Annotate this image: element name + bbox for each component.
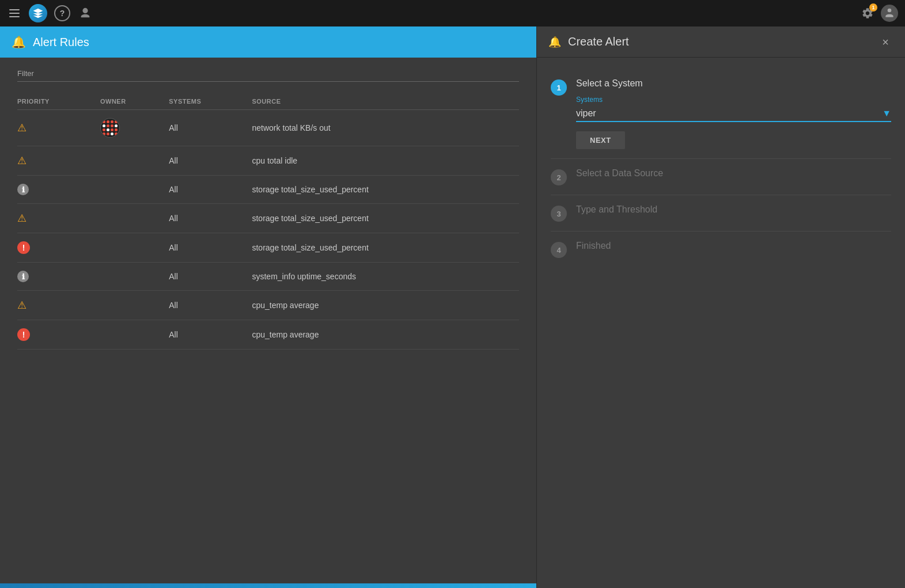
svg-point-0 <box>888 9 892 13</box>
error-icon: ! <box>17 241 30 254</box>
create-alert-bell-icon: 🔔 <box>548 36 561 48</box>
col-systems: SYSTEMS <box>169 93 252 110</box>
owner-cell <box>100 110 169 146</box>
table-row[interactable]: ⚠ <box>17 110 519 146</box>
table-row[interactable]: !Allstorage total_size_used_percent <box>17 233 519 263</box>
main-layout: 🔔 Alert Rules Filter PRIORITY OWNER SYST… <box>0 26 905 588</box>
owner-cell <box>100 204 169 233</box>
owner-cell <box>100 263 169 291</box>
source-cell: cpu_temp average <box>252 320 519 350</box>
step-1-expanded: Systems viper ▼ NEXT <box>576 96 891 149</box>
systems-cell: All <box>169 233 252 263</box>
table-row[interactable]: ⚠Allcpu total idle <box>17 146 519 176</box>
systems-cell: All <box>169 176 252 204</box>
filter-label: Filter <box>17 69 519 78</box>
priority-cell: ℹ <box>17 263 100 291</box>
priority-cell: ! <box>17 233 100 263</box>
source-cell: cpu total idle <box>252 146 519 176</box>
alert-rules-header: 🔔 Alert Rules <box>0 26 536 58</box>
warning-icon: ⚠ <box>17 122 94 134</box>
systems-cell: All <box>169 291 252 320</box>
col-source: SOURCE <box>252 93 519 110</box>
systems-cell: All <box>169 204 252 233</box>
alert-rules-table: PRIORITY OWNER SYSTEMS SOURCE ⚠ <box>17 93 519 350</box>
help-button[interactable]: ? <box>54 5 70 21</box>
source-cell: storage total_size_used_percent <box>252 176 519 204</box>
step-3-circle: 3 <box>551 206 567 222</box>
systems-select-value: viper <box>576 106 882 121</box>
step-1-title: Select a System <box>576 78 891 89</box>
step-1-content: Select a System Systems viper ▼ NEXT <box>576 78 891 149</box>
filter-row: Filter <box>17 69 519 82</box>
owner-cell <box>100 176 169 204</box>
step-3-item: 3 Type and Threshold <box>551 195 891 232</box>
owner-cell <box>100 320 169 350</box>
priority-cell: ! <box>17 320 100 350</box>
col-owner: OWNER <box>100 93 169 110</box>
priority-cell: ℹ <box>17 176 100 204</box>
app-logo[interactable] <box>29 4 47 22</box>
table-row[interactable]: !Allcpu_temp average <box>17 320 519 350</box>
step-4-item: 4 Finished <box>551 232 891 267</box>
source-cell: storage total_size_used_percent <box>252 233 519 263</box>
warning-icon: ⚠ <box>17 212 94 225</box>
topbar-right: 1 <box>859 5 898 22</box>
step-1-item: 1 Select a System Systems viper ▼ NEXT <box>551 69 891 159</box>
step-4-circle: 4 <box>551 242 567 258</box>
step-1-next-button[interactable]: NEXT <box>576 131 625 149</box>
owner-cell <box>100 291 169 320</box>
step-4-title: Finished <box>576 241 891 251</box>
gear-badge-count: 1 <box>869 3 877 12</box>
close-create-alert-button[interactable]: × <box>877 34 893 50</box>
owner-avatar <box>100 118 120 138</box>
wizard-steps: 1 Select a System Systems viper ▼ NEXT <box>537 58 905 588</box>
user-avatar-button[interactable] <box>881 5 898 22</box>
source-cell: network total KB/s out <box>252 110 519 146</box>
table-row[interactable]: ℹAllsystem_info uptime_seconds <box>17 263 519 291</box>
table-row[interactable]: ⚠Allstorage total_size_used_percent <box>17 204 519 233</box>
topbar-left: ? <box>7 4 852 22</box>
col-priority: PRIORITY <box>17 93 100 110</box>
step-1-circle: 1 <box>551 79 567 96</box>
step-2-title: Select a Data Source <box>576 168 891 179</box>
table-row[interactable]: ⚠Allcpu_temp average <box>17 291 519 320</box>
source-cell: system_info uptime_seconds <box>252 263 519 291</box>
user-icon[interactable] <box>77 5 93 21</box>
source-cell: storage total_size_used_percent <box>252 204 519 233</box>
info-icon: ℹ <box>17 271 29 282</box>
create-alert-header: 🔔 Create Alert × <box>537 26 905 58</box>
alert-rules-title: Alert Rules <box>33 36 89 49</box>
content-area: Filter PRIORITY OWNER SYSTEMS SOURCE ⚠ <box>0 58 536 583</box>
step-2-circle: 2 <box>551 169 567 185</box>
priority-cell: ⚠ <box>17 146 100 176</box>
topbar: ? 1 <box>0 0 905 26</box>
systems-select-wrapper[interactable]: viper ▼ <box>576 106 891 122</box>
left-panel: 🔔 Alert Rules Filter PRIORITY OWNER SYST… <box>0 26 536 588</box>
filter-underline <box>17 81 519 82</box>
systems-cell: All <box>169 320 252 350</box>
right-panel: 🔔 Create Alert × 1 Select a System Syste… <box>536 26 905 588</box>
source-cell: cpu_temp average <box>252 291 519 320</box>
table-row[interactable]: ℹAllstorage total_size_used_percent <box>17 176 519 204</box>
warning-icon: ⚠ <box>17 299 94 312</box>
step-2-content: Select a Data Source <box>576 168 891 179</box>
info-icon: ℹ <box>17 184 29 195</box>
alert-rules-bell-icon: 🔔 <box>12 35 26 49</box>
systems-field-label: Systems <box>576 96 891 104</box>
systems-cell: All <box>169 263 252 291</box>
systems-cell: All <box>169 110 252 146</box>
bottom-gradient-bar <box>0 583 536 588</box>
warning-icon: ⚠ <box>17 154 94 167</box>
settings-gear-button[interactable]: 1 <box>859 5 876 22</box>
error-icon: ! <box>17 328 30 341</box>
step-4-content: Finished <box>576 241 891 251</box>
hamburger-menu-button[interactable] <box>7 7 22 20</box>
priority-cell: ⚠ <box>17 291 100 320</box>
systems-select-arrow-icon: ▼ <box>882 108 891 119</box>
owner-cell <box>100 146 169 176</box>
owner-cell <box>100 233 169 263</box>
step-3-content: Type and Threshold <box>576 204 891 215</box>
step-2-item: 2 Select a Data Source <box>551 159 891 195</box>
priority-cell: ⚠ <box>17 110 100 146</box>
priority-cell: ⚠ <box>17 204 100 233</box>
